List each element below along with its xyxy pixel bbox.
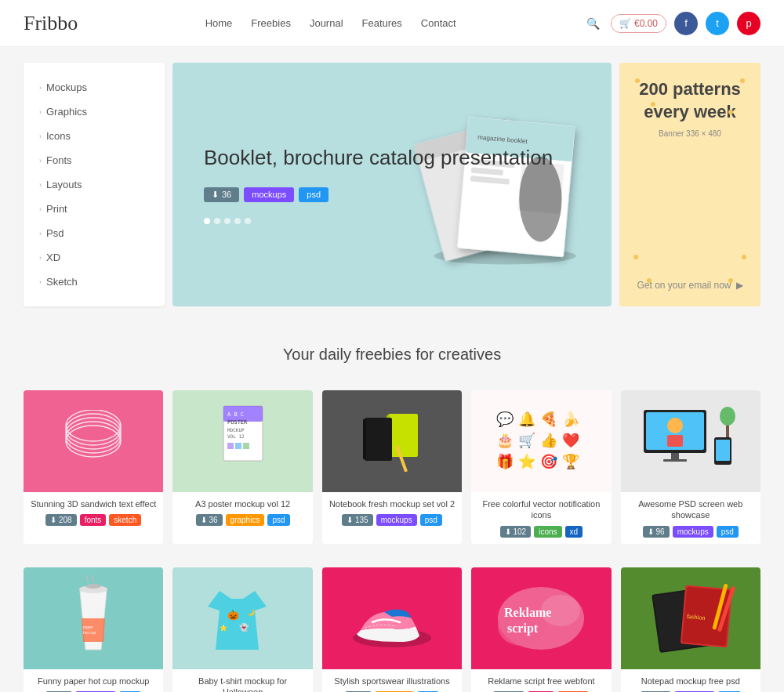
card-notebook[interactable]: Notebook fresh mockup set vol 2 ⬇ 135 mo… — [322, 390, 462, 544]
hero-slider[interactable]: Booklet, brochure catalog presentation ⬇… — [172, 63, 612, 306]
arrow-icon: › — [39, 205, 42, 213]
card-visual: paper hot cup — [58, 575, 129, 661]
sidebar-item-fonts[interactable]: › Fonts — [24, 148, 165, 172]
banner-dot — [651, 102, 655, 107]
sidebar-item-print[interactable]: › Print — [24, 197, 165, 221]
main-nav: Home Freebies Journal Features Contact — [205, 17, 456, 29]
sidebar-label-xd: XD — [46, 252, 60, 263]
sidebar-item-layouts[interactable]: › Layouts — [24, 172, 165, 197]
card-body: Awesome PSD screen web showcase ⬇ 96 moc… — [621, 492, 760, 544]
dot-1[interactable] — [204, 218, 210, 224]
search-button[interactable]: 🔍 — [583, 14, 603, 33]
tag-download[interactable]: ⬇ 135 — [342, 514, 372, 526]
card-body: Reklame script free webfont ⬇ 135 fonts … — [471, 669, 611, 692]
card-notepad[interactable]: fashion Notepad mockup free psd ⬇ 128 mo… — [621, 567, 760, 692]
tag-sketch[interactable]: sketch — [109, 514, 141, 526]
slider-dots — [204, 218, 553, 224]
card-image — [322, 390, 462, 492]
logo[interactable]: Fribbo — [24, 12, 78, 35]
cards-grid-row2: paper hot cup Funny paper hot cup mockup… — [0, 567, 784, 692]
arrow-icon: › — [39, 181, 42, 189]
card-psd-screen[interactable]: Awesome PSD screen web showcase ⬇ 96 moc… — [621, 390, 760, 544]
tag-download-count[interactable]: ⬇ 36 — [204, 187, 239, 202]
card-title: Stylish sportswear illustrations — [328, 676, 456, 687]
svg-rect-23 — [235, 443, 241, 449]
card-a3-poster[interactable]: A B C POSTER MOCKUP VOL 12 A3 poster moc… — [172, 390, 312, 544]
svg-rect-49 — [716, 440, 730, 461]
nav-freebies[interactable]: Freebies — [251, 17, 291, 29]
svg-point-53 — [85, 584, 101, 589]
tag-psd[interactable]: psd — [299, 187, 328, 202]
sidebar-item-mockups[interactable]: › Mockups — [24, 75, 165, 100]
tag-psd[interactable]: psd — [420, 514, 442, 526]
tag-xd[interactable]: xd — [565, 526, 583, 538]
card-3d-text[interactable]: Stunning 3D sandwich text effect ⬇ 208 f… — [24, 390, 163, 544]
arrow-icon: › — [39, 278, 42, 286]
arrow-icon: › — [39, 230, 42, 237]
tag-download[interactable]: ⬇ 96 — [643, 526, 670, 538]
sidebar-label-fonts: Fonts — [46, 154, 72, 166]
nav-journal[interactable]: Journal — [310, 17, 343, 29]
svg-rect-47 — [663, 459, 687, 462]
pinterest-button[interactable]: p — [737, 12, 760, 35]
download-icon: ⬇ — [212, 190, 219, 200]
sidebar-label-mockups: Mockups — [46, 82, 87, 93]
freebies-section: Your daily freebies for creatives — [0, 322, 784, 390]
tag-download[interactable]: ⬇ 36 — [196, 514, 223, 526]
card-body: Free colorful vector notification icons … — [471, 492, 611, 544]
card-body: Notepad mockup free psd ⬇ 128 mockups ps… — [621, 669, 760, 692]
hero-section: › Mockups › Graphics › Icons › Fonts › L… — [0, 47, 784, 322]
sidebar-item-xd[interactable]: › XD — [24, 245, 165, 270]
tag-mockups[interactable]: mockups — [376, 514, 417, 526]
svg-rect-25 — [388, 414, 418, 457]
sidebar-item-graphics[interactable]: › Graphics — [24, 100, 165, 124]
card-body: Baby t-shirt mockup for Halloween ⬇ 208 … — [172, 669, 312, 692]
svg-text:🎃: 🎃 — [227, 609, 239, 621]
card-body: Funny paper hot cup mockup ⬇ 48 mockups … — [24, 669, 163, 692]
facebook-button[interactable]: f — [674, 12, 698, 35]
card-visual — [345, 402, 439, 480]
tag-fonts[interactable]: fonts — [80, 514, 107, 526]
nav-home[interactable]: Home — [205, 17, 233, 29]
sidebar-item-psd[interactable]: › Psd — [24, 221, 165, 245]
nav-features[interactable]: Features — [362, 17, 402, 29]
arrow-icon: › — [39, 132, 42, 140]
card-body: Stunning 3D sandwich text effect ⬇ 208 f… — [24, 492, 163, 532]
svg-text:🔔: 🔔 — [518, 411, 536, 428]
banner-cta[interactable]: Get on your email now ▶ — [637, 280, 742, 291]
card-tags: ⬇ 102 icons xd — [477, 526, 604, 538]
card-visual: A B C POSTER MOCKUP VOL 12 — [212, 402, 274, 480]
card-sportswear[interactable]: Stylish sportswear illustrations ⬇ 36 gr… — [322, 567, 462, 692]
card-body: A3 poster mockup vol 12 ⬇ 36 graphics ps… — [172, 492, 312, 532]
banner: 200 patterns every week Banner 336 × 480… — [619, 63, 760, 306]
sidebar-label-psd: Psd — [46, 227, 64, 239]
svg-text:paper: paper — [83, 625, 93, 629]
tag-mockups[interactable]: mockups — [673, 526, 713, 538]
tag-psd[interactable]: psd — [717, 526, 739, 538]
dot-3[interactable] — [224, 218, 230, 224]
card-icons[interactable]: 💬 🔔 🍕 🍌 🎂 🛒 👍 ❤️ 🎁 ⭐ 🎯 🏆 Free colorful v… — [471, 390, 611, 544]
dot-5[interactable] — [245, 218, 251, 224]
svg-text:🍕: 🍕 — [540, 411, 558, 428]
tag-graphics[interactable]: graphics — [226, 514, 265, 526]
dot-2[interactable] — [214, 218, 220, 224]
banner-title: 200 patterns every week — [635, 78, 745, 123]
twitter-button[interactable]: t — [706, 12, 729, 35]
sidebar-item-icons[interactable]: › Icons — [24, 124, 165, 148]
cart-button[interactable]: 🛒 €0.00 — [611, 14, 666, 33]
tag-download[interactable]: ⬇ 208 — [45, 514, 76, 526]
tag-mockups[interactable]: mockups — [244, 187, 294, 202]
card-hot-cup[interactable]: paper hot cup Funny paper hot cup mockup… — [24, 567, 163, 692]
tag-psd[interactable]: psd — [267, 514, 289, 526]
card-reklame-script[interactable]: Reklame script Reklame script free webfo… — [471, 567, 611, 692]
card-halloween-tshirt[interactable]: 🎃 👻 ⭐ 🌙 Baby t-shirt mockup for Hallowee… — [172, 567, 312, 692]
card-tags: ⬇ 135 mockups psd — [328, 514, 456, 526]
nav-contact[interactable]: Contact — [421, 17, 456, 29]
tag-icons[interactable]: icons — [534, 526, 561, 538]
svg-text:VOL 12: VOL 12 — [227, 433, 245, 439]
sidebar-item-sketch[interactable]: › Sketch — [24, 270, 165, 294]
banner-dot — [742, 255, 746, 259]
dot-4[interactable] — [234, 218, 241, 224]
card-title: Notebook fresh mockup set vol 2 — [328, 498, 456, 509]
tag-download[interactable]: ⬇ 102 — [500, 526, 531, 538]
